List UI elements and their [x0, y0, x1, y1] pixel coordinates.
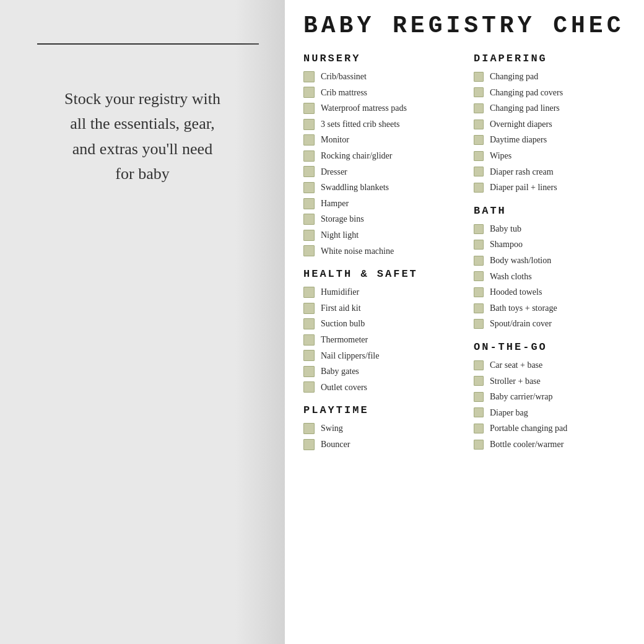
- list-item: Crib/bassinet: [303, 71, 455, 83]
- checkbox[interactable]: [303, 318, 315, 329]
- item-label: Bath toys + storage: [490, 302, 557, 315]
- checkbox[interactable]: [303, 198, 315, 209]
- checkbox[interactable]: [474, 151, 484, 161]
- diapering-section-title: DIAPERING: [474, 53, 625, 64]
- list-item: Swaddling blankets: [303, 181, 455, 194]
- item-label: Baby gates: [321, 365, 359, 378]
- list-item: Shampoo: [474, 238, 625, 251]
- list-item: Humidifier: [303, 286, 455, 298]
- item-label: Overnight diapers: [490, 118, 552, 131]
- checkbox[interactable]: [474, 287, 484, 297]
- right-panel: BABY REGISTRY CHEC NURSERY Crib/bassinet…: [285, 0, 644, 644]
- bath-section-title: BATH: [474, 205, 625, 217]
- checkbox[interactable]: [474, 135, 484, 145]
- line-long: [54, 43, 259, 45]
- list-item: White noise machine: [303, 245, 455, 258]
- checkbox[interactable]: [474, 167, 484, 176]
- list-item: Daytime diapers: [474, 134, 625, 146]
- item-label: Wash cloths: [490, 271, 532, 283]
- list-item: Portable changing pad: [474, 422, 625, 435]
- checkbox[interactable]: [474, 376, 484, 386]
- list-item: Crib mattress: [303, 87, 455, 99]
- list-item: Body wash/lotion: [474, 255, 625, 267]
- checkbox[interactable]: [303, 230, 315, 241]
- checkbox[interactable]: [303, 134, 315, 146]
- checkbox[interactable]: [303, 303, 315, 314]
- item-label: Rocking chair/glider: [321, 150, 392, 162]
- checkbox[interactable]: [303, 214, 315, 225]
- checkbox[interactable]: [303, 439, 315, 450]
- list-item: Dresser: [303, 166, 455, 178]
- item-label: Portable changing pad: [490, 422, 567, 435]
- checkbox[interactable]: [474, 407, 484, 417]
- list-item: Changing pad liners: [474, 102, 625, 115]
- on-the-go-section-title: ON-THE-GO: [474, 341, 625, 353]
- checkbox[interactable]: [303, 366, 315, 377]
- checkbox[interactable]: [474, 360, 484, 370]
- item-label: Dresser: [321, 166, 347, 178]
- item-label: Shampoo: [490, 238, 523, 251]
- checkbox[interactable]: [474, 319, 484, 329]
- list-item: Baby tub: [474, 223, 625, 235]
- checkbox[interactable]: [303, 103, 315, 114]
- list-item: Outlet covers: [303, 381, 455, 394]
- checkbox[interactable]: [474, 240, 484, 250]
- list-item: Car seat + base: [474, 359, 625, 372]
- list-item: Bath toys + storage: [474, 302, 625, 315]
- right-column: DIAPERING Changing pad Changing pad cove…: [474, 53, 625, 454]
- checkbox[interactable]: [303, 87, 315, 98]
- checkbox[interactable]: [474, 392, 484, 402]
- checkbox[interactable]: [303, 166, 315, 177]
- item-label: Bottle cooler/warmer: [490, 438, 564, 451]
- list-item: First aid kit: [303, 302, 455, 315]
- item-label: Daytime diapers: [490, 134, 547, 146]
- checkbox[interactable]: [474, 87, 484, 97]
- list-item: Overnight diapers: [474, 118, 625, 131]
- checkbox[interactable]: [303, 71, 315, 82]
- checkbox[interactable]: [303, 150, 315, 162]
- list-item: Storage bins: [303, 213, 455, 225]
- checkbox[interactable]: [474, 120, 484, 129]
- left-panel: Stock your registry with all the essenti…: [0, 0, 285, 644]
- checkbox[interactable]: [303, 287, 315, 298]
- checkbox[interactable]: [474, 303, 484, 313]
- checkbox[interactable]: [474, 271, 484, 281]
- list-item: Diaper bag: [474, 407, 625, 419]
- checkbox[interactable]: [474, 72, 484, 82]
- checkbox[interactable]: [303, 350, 315, 361]
- list-item: Suction bulb: [303, 318, 455, 330]
- checkbox[interactable]: [474, 440, 484, 450]
- item-label: Car seat + base: [490, 359, 542, 372]
- list-item: Swing: [303, 422, 455, 435]
- checkbox[interactable]: [474, 224, 484, 234]
- list-item: Waterproof matress pads: [303, 102, 455, 115]
- item-label: Bouncer: [321, 438, 350, 451]
- item-label: Wipes: [490, 150, 511, 162]
- item-label: Changing pad: [490, 71, 538, 83]
- list-item: Wipes: [474, 150, 625, 162]
- checkbox[interactable]: [303, 381, 315, 393]
- item-label: Waterproof matress pads: [321, 102, 407, 115]
- playtime-section-title: PLAYTIME: [303, 404, 455, 416]
- list-item: Baby carrier/wrap: [474, 391, 625, 403]
- decorative-lines: [37, 43, 259, 45]
- checkbox[interactable]: [474, 103, 484, 113]
- checkbox[interactable]: [303, 119, 315, 130]
- checkbox[interactable]: [474, 183, 484, 193]
- item-label: Changing pad liners: [490, 102, 560, 115]
- list-item: Nail clippers/file: [303, 350, 455, 362]
- checkbox[interactable]: [303, 245, 315, 256]
- item-label: White noise machine: [321, 245, 394, 258]
- checkbox[interactable]: [474, 256, 484, 266]
- item-label: Changing pad covers: [490, 87, 563, 99]
- list-item: Spout/drain cover: [474, 318, 625, 330]
- list-item: Hamper: [303, 198, 455, 210]
- line-short: [37, 43, 54, 45]
- checkbox[interactable]: [474, 424, 484, 433]
- checkbox[interactable]: [303, 423, 315, 434]
- item-label: Humidifier: [321, 286, 359, 298]
- item-label: Storage bins: [321, 213, 364, 225]
- item-label: Swing: [321, 422, 343, 435]
- checkbox[interactable]: [303, 182, 315, 193]
- checkbox[interactable]: [303, 334, 315, 346]
